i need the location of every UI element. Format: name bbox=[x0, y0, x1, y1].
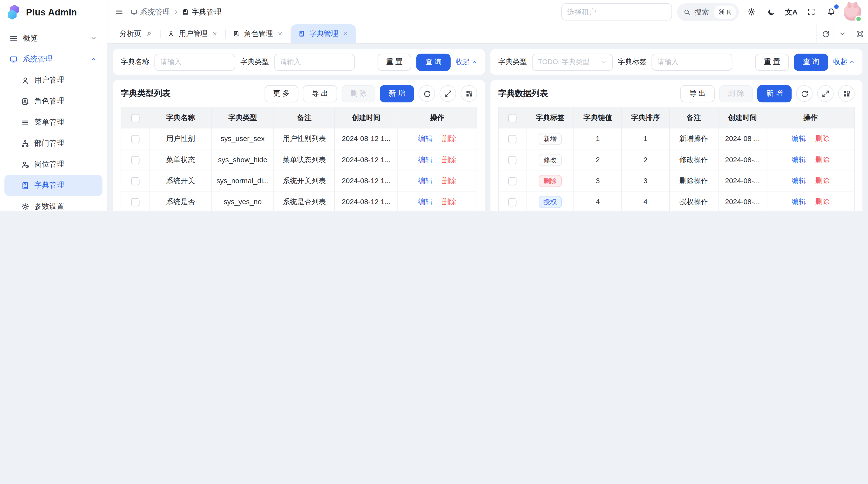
delete-button[interactable]: 删 除 bbox=[719, 85, 753, 102]
notifications-button[interactable] bbox=[824, 4, 839, 20]
sidebar-item-departments[interactable]: 部门管理 bbox=[4, 133, 102, 154]
delete-link[interactable]: 删除 bbox=[442, 197, 456, 205]
content: 字典名称 请输入 字典类型 请输入 重 置 查 询 收起 字典类型列表 更 bbox=[107, 44, 868, 211]
sidebar-item-users[interactable]: 用户管理 bbox=[4, 70, 102, 91]
expand-table-button[interactable] bbox=[439, 85, 456, 102]
hamburger-icon[interactable] bbox=[113, 5, 126, 18]
delete-link[interactable]: 删除 bbox=[815, 197, 830, 205]
edit-link[interactable]: 编辑 bbox=[418, 176, 433, 184]
sidebar-item-overview[interactable]: 概览 bbox=[4, 28, 102, 49]
table-row: 系统开关 sys_normal_di... 系统开关列表 2024-08-12 … bbox=[121, 170, 477, 191]
table-row: 新增 1 1 新增操作 2024-08-... 编辑 删除 bbox=[498, 128, 854, 149]
pin-icon[interactable] bbox=[146, 30, 152, 37]
export-button[interactable]: 导 出 bbox=[680, 85, 714, 102]
search-button[interactable]: 查 询 bbox=[416, 54, 451, 71]
edit-link[interactable]: 编辑 bbox=[792, 155, 806, 163]
filter-label: 字典类型 bbox=[240, 57, 269, 67]
breadcrumb-system[interactable]: 系统管理 bbox=[131, 7, 170, 17]
close-icon[interactable] bbox=[277, 31, 283, 37]
more-button[interactable]: 更 多 bbox=[264, 85, 298, 102]
export-button[interactable]: 导 出 bbox=[303, 85, 337, 102]
row-checkbox[interactable] bbox=[508, 198, 517, 206]
global-search[interactable]: 搜索 ⌘ K bbox=[677, 3, 739, 21]
sidebar-item-dictionary[interactable]: 字典管理 bbox=[4, 175, 102, 196]
add-button[interactable]: 新 增 bbox=[380, 85, 414, 102]
close-icon[interactable] bbox=[212, 31, 217, 37]
fullscreen-button[interactable] bbox=[804, 4, 819, 20]
row-checkbox[interactable] bbox=[508, 156, 517, 164]
column-header: 字典标签 bbox=[526, 107, 574, 128]
avatar[interactable] bbox=[844, 3, 861, 21]
edit-link[interactable]: 编辑 bbox=[792, 197, 806, 205]
delete-link[interactable]: 删除 bbox=[442, 155, 456, 163]
tenant-select[interactable]: 选择租户 bbox=[561, 3, 672, 21]
remark-cell: 系统开关列表 bbox=[274, 170, 335, 191]
row-checkbox[interactable] bbox=[508, 177, 517, 185]
sidebar-item-posts[interactable]: 岗位管理 bbox=[4, 154, 102, 175]
sidebar-item-system[interactable]: 系统管理 bbox=[4, 49, 102, 70]
tab-users[interactable]: 用户管理 bbox=[160, 24, 225, 43]
delete-link[interactable]: 删除 bbox=[815, 176, 830, 184]
reset-button[interactable]: 重 置 bbox=[755, 54, 789, 71]
select-all-checkbox[interactable] bbox=[508, 114, 517, 122]
refresh-icon bbox=[423, 90, 431, 98]
edit-link[interactable]: 编辑 bbox=[792, 134, 806, 142]
breadcrumb: 系统管理 字典管理 bbox=[131, 7, 222, 17]
select-all-checkbox[interactable] bbox=[131, 114, 139, 122]
tab-analysis[interactable]: 分析页 bbox=[112, 24, 160, 43]
row-checkbox[interactable] bbox=[131, 135, 139, 143]
delete-link[interactable]: 删除 bbox=[815, 155, 830, 163]
refresh-table-button[interactable] bbox=[418, 85, 435, 102]
sidebar-item-roles[interactable]: 角色管理 bbox=[4, 91, 102, 112]
row-checkbox[interactable] bbox=[131, 198, 139, 206]
close-icon[interactable] bbox=[343, 31, 348, 37]
collapse-filter-link[interactable]: 收起 bbox=[833, 57, 855, 67]
add-button[interactable]: 新 增 bbox=[757, 85, 792, 102]
refresh-table-button[interactable] bbox=[796, 85, 813, 102]
tab-roles[interactable]: 角色管理 bbox=[225, 24, 290, 43]
search-button[interactable]: 查 询 bbox=[794, 54, 828, 71]
row-checkbox[interactable] bbox=[131, 177, 139, 185]
row-checkbox[interactable] bbox=[508, 135, 517, 143]
delete-link[interactable]: 删除 bbox=[442, 176, 456, 184]
delete-button[interactable]: 删 除 bbox=[341, 85, 375, 102]
reset-button[interactable]: 重 置 bbox=[377, 54, 411, 71]
chevron-up-icon bbox=[849, 59, 855, 65]
sidebar-item-parameters[interactable]: 参数设置 bbox=[4, 196, 102, 211]
actions-cell: 编辑 删除 bbox=[767, 170, 854, 191]
content-fullscreen-button[interactable] bbox=[851, 24, 868, 43]
settings-button[interactable] bbox=[744, 4, 759, 20]
table-row: 授权 4 4 授权操作 2024-08-... 编辑 删除 bbox=[498, 191, 854, 211]
expand-table-button[interactable] bbox=[817, 85, 834, 102]
breadcrumb-dictionary[interactable]: 字典管理 bbox=[182, 7, 221, 17]
delete-link[interactable]: 删除 bbox=[442, 134, 456, 142]
app-window: Plus Admin 概览 系统管理 用户管理 角色管理 bbox=[0, 0, 868, 211]
dict-type-select[interactable]: TODO: 字典类型 bbox=[532, 54, 613, 71]
gear-icon bbox=[21, 202, 29, 211]
edit-link[interactable]: 编辑 bbox=[418, 134, 433, 142]
dict-type-filter: 字典名称 请输入 字典类型 请输入 重 置 查 询 收起 bbox=[113, 49, 485, 75]
refresh-tab-button[interactable] bbox=[816, 24, 834, 43]
tab-dictionary[interactable]: 字典管理 bbox=[290, 24, 356, 43]
app-title: Plus Admin bbox=[26, 7, 77, 18]
table-row: 菜单状态 sys_show_hide 菜单状态列表 2024-08-12 1..… bbox=[121, 149, 477, 170]
bell-icon bbox=[827, 8, 835, 16]
sidebar-item-menus[interactable]: 菜单管理 bbox=[4, 112, 102, 133]
dict-label-input[interactable]: 请输入 bbox=[651, 54, 732, 71]
dict-name-input[interactable]: 请输入 bbox=[155, 54, 235, 71]
row-checkbox[interactable] bbox=[131, 156, 139, 164]
column-settings-button[interactable] bbox=[838, 85, 855, 102]
edit-link[interactable]: 编辑 bbox=[418, 197, 433, 205]
translate-button[interactable]: 文A bbox=[784, 4, 799, 20]
dict-type-input[interactable]: 请输入 bbox=[274, 54, 355, 71]
delete-link[interactable]: 删除 bbox=[815, 134, 830, 142]
edit-link[interactable]: 编辑 bbox=[418, 155, 433, 163]
collapse-filter-link[interactable]: 收起 bbox=[456, 57, 477, 67]
tabbar: 分析页 用户管理 角色管理 字典管理 bbox=[107, 24, 868, 44]
dict-label-tag: 删除 bbox=[538, 174, 562, 187]
edit-link[interactable]: 编辑 bbox=[792, 176, 806, 184]
column-header: 创建时间 bbox=[718, 107, 767, 128]
dark-mode-button[interactable] bbox=[764, 4, 779, 20]
tab-menu-button[interactable] bbox=[834, 24, 851, 43]
column-settings-button[interactable] bbox=[461, 85, 477, 102]
